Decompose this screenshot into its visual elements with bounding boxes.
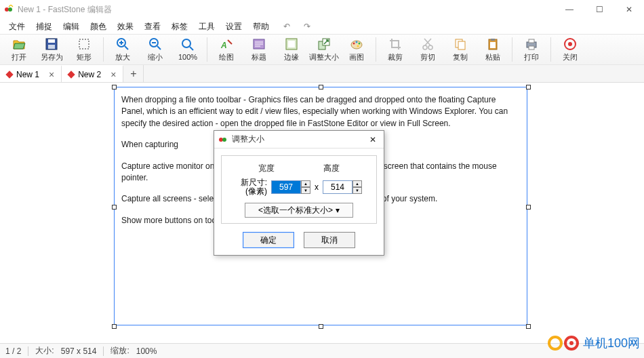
svg-rect-41 — [529, 46, 534, 49]
close-button[interactable]: 关闭 — [554, 35, 586, 64]
svg-rect-22 — [288, 41, 295, 47]
menu-help[interactable]: 帮助 — [248, 20, 274, 34]
svg-line-16 — [228, 40, 232, 44]
draw-button[interactable]: A绘图 — [210, 35, 243, 64]
tab-close-button[interactable]: × — [110, 69, 116, 80]
status-zoom-value: 100% — [136, 346, 157, 356]
tabs-bar: New 1 × New 2 × + — [0, 65, 644, 83]
edge-button[interactable]: 边缘 — [275, 35, 308, 64]
caption-icon — [252, 37, 266, 51]
resize-handle[interactable] — [112, 205, 117, 210]
svg-line-11 — [157, 46, 161, 49]
saveas-icon — [45, 37, 58, 51]
status-size-label: 大小: — [35, 345, 54, 357]
tab-label: New 1 — [16, 70, 39, 79]
resize-handle[interactable] — [526, 85, 531, 90]
zoomout-icon — [148, 37, 162, 51]
svg-rect-35 — [458, 41, 465, 49]
close-icon — [563, 37, 577, 51]
zoomout-button[interactable]: 缩小 — [139, 35, 172, 64]
svg-line-7 — [125, 46, 128, 49]
svg-line-14 — [190, 47, 193, 50]
cut-button[interactable]: 剪切 — [411, 35, 444, 64]
open-button[interactable]: 打开 — [3, 35, 35, 64]
tab-new1[interactable]: New 1 × — [0, 65, 62, 82]
svg-point-28 — [359, 42, 361, 44]
standard-size-select[interactable]: <选取一个标准大小> ▾ — [245, 203, 353, 218]
height-spinner[interactable]: ▲▼ — [353, 180, 362, 194]
status-zoom-label: 缩放: — [110, 345, 129, 357]
tab-close-button[interactable]: × — [49, 69, 54, 80]
caption-button[interactable]: 标题 — [243, 35, 275, 64]
maximize-button[interactable]: ☐ — [584, 0, 614, 19]
redo-button[interactable]: ↷ — [300, 22, 315, 31]
menu-capture[interactable]: 捕捉 — [31, 20, 57, 34]
menu-tools[interactable]: 工具 — [194, 20, 220, 34]
paint-button[interactable]: 画图 — [340, 35, 373, 64]
status-size-value: 597 x 514 — [61, 346, 97, 356]
dialog-title: 调整大小 — [232, 134, 366, 145]
svg-point-26 — [353, 42, 355, 44]
zoomin-button[interactable]: 放大 — [106, 35, 139, 64]
rect-select-icon — [77, 37, 91, 51]
svg-rect-40 — [529, 39, 534, 43]
width-label: 宽度 — [242, 163, 291, 174]
pixels-label: (像素) — [236, 187, 267, 196]
resize-handle[interactable] — [112, 85, 117, 90]
undo-button[interactable]: ↶ — [279, 22, 294, 31]
height-label: 高度 — [307, 163, 356, 174]
svg-point-30 — [423, 45, 427, 49]
menu-tags[interactable]: 标签 — [167, 20, 193, 34]
width-spinner[interactable]: ▲▼ — [301, 180, 310, 194]
paste-button[interactable]: 粘贴 — [477, 35, 509, 64]
svg-point-43 — [568, 42, 572, 46]
close-window-button[interactable]: ✕ — [614, 0, 644, 19]
resize-handle[interactable] — [526, 205, 531, 210]
zoom100-button[interactable]: 100% — [172, 35, 204, 64]
dialog-close-button[interactable]: ✕ — [366, 133, 380, 146]
menu-settings[interactable]: 设置 — [221, 20, 247, 34]
watermark: 单机100网 — [548, 335, 640, 351]
copy-icon — [454, 37, 467, 51]
ok-button[interactable]: 确定 — [243, 232, 294, 248]
menu-file[interactable]: 文件 — [4, 20, 30, 34]
edge-icon — [285, 37, 298, 51]
saveas-button[interactable]: 另存为 — [35, 35, 68, 64]
tab-label: New 2 — [78, 70, 101, 79]
toolbar: 打开另存为矩形放大缩小100%A绘图标题边缘调整大小画图裁剪剪切复制粘贴打印关闭 — [0, 34, 644, 65]
minimize-button[interactable]: — — [555, 0, 584, 19]
add-tab-button[interactable]: + — [123, 65, 144, 82]
width-input[interactable] — [271, 180, 301, 194]
menu-edit[interactable]: 编辑 — [58, 20, 84, 34]
zoomin-icon — [116, 37, 129, 51]
resize-dialog: 调整大小 ✕ 宽度 高度 新尺寸: (像素) ▲▼ x ▲▼ — [214, 130, 384, 256]
resize-handle[interactable] — [526, 324, 531, 329]
zoom100-icon — [181, 38, 195, 52]
svg-rect-5 — [79, 39, 89, 49]
svg-rect-4 — [48, 45, 55, 49]
rect-select-button[interactable]: 矩形 — [68, 35, 100, 64]
resize-handle[interactable] — [112, 324, 117, 329]
crop-button[interactable]: 裁剪 — [379, 35, 411, 64]
svg-rect-37 — [491, 39, 495, 41]
menu-color[interactable]: 颜色 — [85, 20, 111, 34]
crop-icon — [388, 37, 402, 51]
paint-icon — [350, 37, 363, 51]
app-icon — [218, 135, 228, 144]
svg-point-1 — [8, 7, 12, 12]
resize-button[interactable]: 调整大小 — [308, 35, 340, 64]
cancel-button[interactable]: 取消 — [304, 232, 355, 248]
svg-point-29 — [357, 45, 359, 47]
x-label: x — [315, 182, 319, 192]
tab-new2[interactable]: New 2 × — [62, 65, 123, 82]
menu-view[interactable]: 查看 — [140, 20, 165, 34]
paste-icon — [486, 37, 500, 51]
resize-handle[interactable] — [319, 85, 323, 90]
copy-button[interactable]: 复制 — [444, 35, 477, 64]
menu-effects[interactable]: 效果 — [113, 20, 138, 34]
print-button[interactable]: 打印 — [515, 35, 548, 64]
height-input[interactable] — [323, 180, 353, 194]
svg-point-31 — [428, 45, 432, 49]
print-icon — [525, 37, 538, 51]
resize-handle[interactable] — [319, 324, 323, 329]
